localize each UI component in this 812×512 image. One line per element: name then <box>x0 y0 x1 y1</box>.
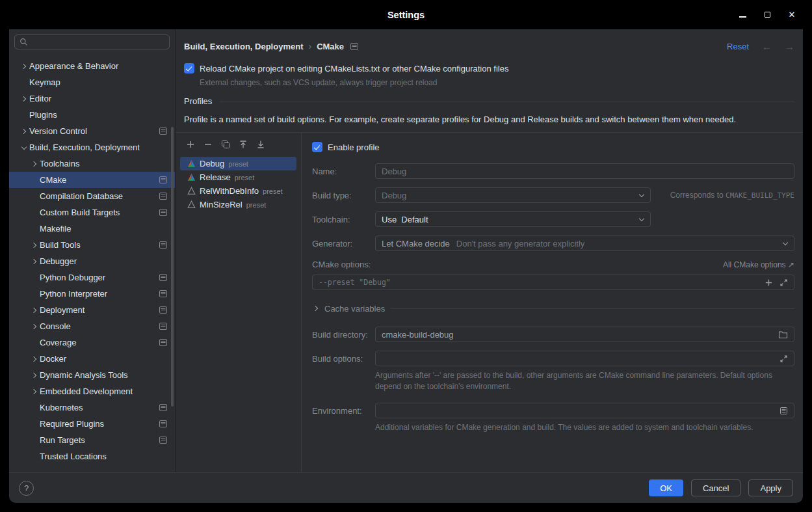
sidebar-item-docker[interactable]: Docker <box>9 351 175 367</box>
name-label: Name: <box>312 167 375 176</box>
editor-badge-icon <box>159 437 167 444</box>
profile-item-debug[interactable]: Debug preset <box>180 157 296 170</box>
sidebar-item-version-control[interactable]: Version Control <box>9 123 175 139</box>
profile-item-release[interactable]: Release preset <box>180 170 296 184</box>
copy-profile-button[interactable] <box>220 139 231 150</box>
ok-button[interactable]: OK <box>649 479 683 496</box>
chevron-right-icon <box>29 243 40 247</box>
reload-cmake-checkbox[interactable] <box>184 63 194 74</box>
back-arrow-icon[interactable]: ← <box>762 41 772 52</box>
settings-sidebar: Appearance & Behavior Keymap Editor Plug… <box>9 29 176 472</box>
sidebar-item-label: Python Debugger <box>40 273 154 282</box>
maximize-button[interactable] <box>757 5 777 25</box>
sidebar-item-label: Run Targets <box>40 435 154 445</box>
settings-search-box[interactable] <box>14 34 170 49</box>
editor-badge-icon <box>159 241 167 249</box>
apply-button[interactable]: Apply <box>748 479 793 496</box>
editor-badge-icon <box>159 193 167 200</box>
remove-profile-button[interactable] <box>203 139 213 150</box>
sidebar-item-plugins[interactable]: Plugins <box>9 107 175 123</box>
all-cmake-options-link[interactable]: All CMake options ↗ <box>723 260 794 269</box>
sidebar-item-editor[interactable]: Editor <box>9 90 175 107</box>
help-button[interactable]: ? <box>19 481 34 496</box>
sidebar-item-kubernetes[interactable]: Kubernetes <box>9 399 175 416</box>
editor-badge-icon <box>159 290 167 297</box>
profile-suffix: preset <box>228 160 248 168</box>
breadcrumb-parent[interactable]: Build, Execution, Deployment <box>184 42 303 51</box>
sidebar-item-build-tools[interactable]: Build Tools <box>9 237 175 253</box>
generator-select[interactable]: Let CMake decide Don't pass any generato… <box>375 236 794 251</box>
cmake-options-value: --preset "Debug" <box>319 278 391 287</box>
forward-arrow-icon[interactable]: → <box>785 41 794 52</box>
sidebar-item-label: Kubernetes <box>40 403 154 412</box>
search-icon <box>20 38 28 46</box>
toolchain-select[interactable]: Use Default <box>375 211 651 227</box>
sidebar-item-deployment[interactable]: Deployment <box>9 302 175 318</box>
editor-badge-icon <box>159 306 167 314</box>
enable-profile-checkbox[interactable] <box>312 142 322 152</box>
sidebar-item-label: Coverage <box>40 338 154 347</box>
add-option-icon[interactable] <box>765 278 773 287</box>
name-input[interactable]: Debug <box>375 163 794 179</box>
profile-item-relwithdebinfo[interactable]: RelWithDebInfo preset <box>180 184 296 198</box>
cache-variables-toggle[interactable]: Cache variables <box>312 301 794 316</box>
env-variables-icon[interactable] <box>779 407 788 415</box>
settings-content: Build, Execution, Deployment › CMake Res… <box>176 29 803 472</box>
profile-name: Release <box>200 172 231 182</box>
expand-field-icon[interactable] <box>779 278 788 287</box>
sidebar-item-compilation-database[interactable]: Compilation Database <box>9 188 175 204</box>
sidebar-item-coverage[interactable]: Coverage <box>9 334 175 351</box>
profile-item-minsizerel[interactable]: MinSizeRel preset <box>180 198 296 211</box>
chevron-right-icon <box>29 357 40 361</box>
editor-badge-icon <box>159 209 167 216</box>
sidebar-item-toolchains[interactable]: Toolchains <box>9 155 175 172</box>
sidebar-item-keymap[interactable]: Keymap <box>9 74 175 90</box>
maximize-icon <box>765 12 770 18</box>
sidebar-item-build-execution-deployment[interactable]: Build, Execution, Deployment <box>9 139 175 155</box>
sidebar-item-label: Build Tools <box>40 240 154 250</box>
sidebar-item-required-plugins[interactable]: Required Plugins <box>9 416 175 432</box>
chevron-down-icon <box>640 219 644 221</box>
sidebar-item-label: Docker <box>40 354 167 364</box>
reset-link[interactable]: Reset <box>727 42 749 51</box>
cmake-logo-icon <box>187 159 196 168</box>
build-type-hint: Corresponds to CMAKE_BUILD_TYPE <box>651 191 794 200</box>
build-options-input[interactable] <box>375 351 794 366</box>
sidebar-item-makefile[interactable]: Makefile <box>9 221 175 237</box>
move-profile-up-button[interactable] <box>238 139 248 150</box>
search-input[interactable] <box>32 37 164 47</box>
sidebar-item-python-interpreter[interactable]: Python Interpreter <box>9 286 175 302</box>
profiles-description: Profile is a named set of build options.… <box>176 106 803 132</box>
breadcrumb-current[interactable]: CMake <box>317 42 344 51</box>
sidebar-item-appearance-behavior[interactable]: Appearance & Behavior <box>9 58 175 74</box>
sidebar-item-python-debugger[interactable]: Python Debugger <box>9 269 175 286</box>
folder-icon[interactable] <box>778 330 788 339</box>
cmake-options-input[interactable]: --preset "Debug" <box>312 275 794 290</box>
build-type-label: Build type: <box>312 191 375 200</box>
cmake-logo-icon <box>187 173 196 182</box>
minimize-button[interactable] <box>733 5 752 25</box>
build-type-select[interactable]: Debug <box>375 187 651 203</box>
move-profile-down-button[interactable] <box>255 139 266 150</box>
enable-profile-row: Enable profile <box>312 142 794 152</box>
sidebar-item-trusted-locations[interactable]: Trusted Locations <box>9 448 175 465</box>
settings-dialog: Appearance & Behavior Keymap Editor Plug… <box>9 29 803 503</box>
expand-field-icon[interactable] <box>779 355 788 363</box>
sidebar-item-dynamic-analysis-tools[interactable]: Dynamic Analysis Tools <box>9 367 175 383</box>
sidebar-item-console[interactable]: Console <box>9 318 175 334</box>
sidebar-item-custom-build-targets[interactable]: Custom Build Targets <box>9 204 175 221</box>
sidebar-item-embedded-development[interactable]: Embedded Development <box>9 383 175 399</box>
sidebar-item-cmake[interactable]: CMake <box>9 172 175 188</box>
editor-badge-icon <box>159 274 167 281</box>
toolchain-label: Toolchain: <box>312 215 375 224</box>
chevron-down-icon <box>783 243 788 245</box>
sidebar-item-debugger[interactable]: Debugger <box>9 253 175 269</box>
sidebar-item-label: Appearance & Behavior <box>29 61 167 71</box>
close-button[interactable]: ✕ <box>782 5 802 25</box>
build-directory-input[interactable]: cmake-build-debug <box>375 327 794 342</box>
cancel-button[interactable]: Cancel <box>691 479 740 496</box>
environment-input[interactable] <box>375 403 794 418</box>
sidebar-item-run-targets[interactable]: Run Targets <box>9 432 175 448</box>
sidebar-scrollbar[interactable] <box>171 127 174 407</box>
add-profile-button[interactable] <box>185 139 196 150</box>
